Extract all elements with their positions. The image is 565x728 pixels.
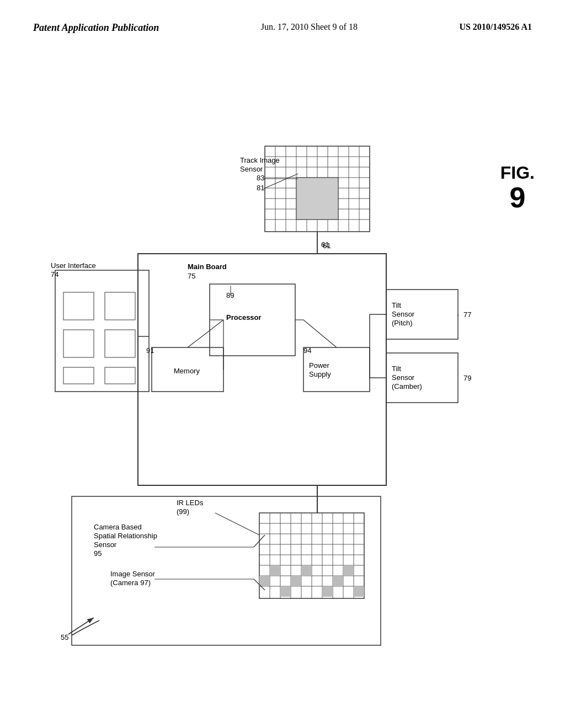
tilt-sensor-camber-label3: (Camber) [392,382,422,390]
power-supply-num: 94 [303,346,311,355]
ref-55: 55 [61,633,68,641]
track-image-sensor-group: Track Image Sensor 83 81 [240,146,370,232]
ir-leds-label: IR LEDs [177,499,204,507]
svg-rect-67 [301,565,312,576]
svg-rect-35 [105,330,135,357]
svg-rect-69 [333,576,343,586]
svg-rect-68 [322,586,333,597]
svg-rect-66 [291,576,301,586]
patent-diagram: Track Image Sensor 83 81 61 Main Board 7… [17,72,513,706]
svg-rect-64 [270,565,280,576]
memory-label: Memory [174,367,200,375]
tilt-sensor-camber-label2: Sensor [392,373,415,382]
track-sensor-num1: 83 [257,174,264,182]
tilt-sensor-pitch-group: Tilt Sensor (Pitch) 77 [386,290,471,339]
ir-leds-label2: (99) [177,507,189,516]
svg-rect-32 [63,292,94,320]
tilt-sensor-pitch-label2: Sensor [392,310,415,318]
track-sensor-num2: 81 [257,184,264,192]
image-sensor-label2: (Camera 97) [110,579,151,587]
patent-number: US 2010/149526 A1 [459,22,532,32]
user-interface-label: User Interface [51,261,96,270]
power-supply-label: Power [309,361,330,370]
svg-line-28 [188,320,223,347]
track-image-sensor-label2: Sensor [240,165,263,173]
svg-line-19 [264,174,298,189]
tilt-camber-num: 79 [463,374,471,382]
publication-title: Patent Application Publication [33,22,159,34]
svg-rect-17 [296,178,338,220]
processor-label: Processor [226,313,262,322]
page-header: Patent Application Publication Jun. 17, … [0,22,565,34]
camera-sensor-group: Camera Based Spatial Relationship Sensor… [94,513,364,598]
camera-based-num: 95 [94,549,102,558]
user-interface-group: User Interface 74 [51,261,149,392]
memory-num: 91 [146,346,154,355]
track-image-sensor-label: Track Image [240,156,280,164]
camera-based-label2: Spatial Relationship [94,532,157,540]
main-board-group: Main Board 75 Processor 89 Memory 91 Pow… [138,254,386,485]
line-55 [68,618,94,634]
tilt-sensor-pitch-label3: (Pitch) [392,319,413,327]
svg-rect-65 [280,586,291,597]
tilt-sensor-pitch-label1: Tilt [392,301,401,309]
image-sensor-label1: Image Sensor [110,570,156,578]
main-board-num: 75 [188,272,195,280]
line-ir-leds [215,513,259,535]
svg-rect-34 [63,330,94,357]
svg-rect-71 [354,586,364,597]
main-board-label: Main Board [188,263,227,271]
camera-based-label1: Camera Based [94,523,142,531]
svg-rect-33 [105,292,135,320]
camera-based-label3: Sensor [94,540,117,549]
svg-rect-37 [105,367,135,384]
user-interface-num: 74 [51,270,58,279]
sheet-info: Jun. 17, 2010 Sheet 9 of 18 [261,22,358,32]
processor-num-label: 89 [226,291,234,299]
svg-rect-24 [303,347,370,392]
svg-rect-36 [63,367,94,384]
svg-rect-63 [259,576,270,586]
tilt-sensor-camber-label1: Tilt [392,365,401,373]
tilt-sensor-camber-group: Tilt Sensor (Camber) 79 [386,353,471,403]
svg-rect-70 [343,565,354,576]
svg-line-30 [303,320,337,347]
ref-61-text: 61 [321,240,329,249]
power-supply-label2: Supply [309,370,331,378]
tilt-pitch-num: 77 [463,311,471,319]
